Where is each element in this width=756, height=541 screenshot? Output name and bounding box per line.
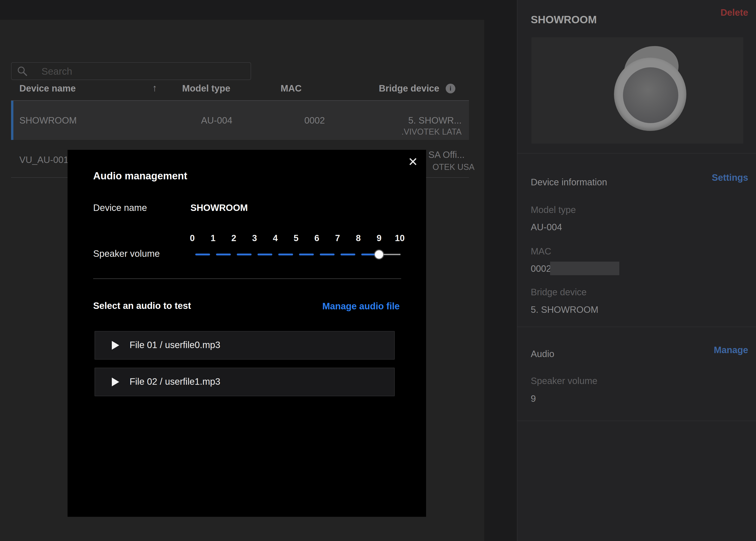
audio-manage-link[interactable]: Manage bbox=[714, 345, 748, 355]
volume-tick-label: 5 bbox=[294, 233, 298, 243]
column-header-mac[interactable]: MAC bbox=[281, 83, 302, 94]
select-audio-label: Select an audio to test bbox=[93, 300, 191, 311]
sidebar-divider-3 bbox=[517, 421, 756, 421]
row1-model-type: AU-004 bbox=[201, 115, 233, 126]
volume-track-filled-segment[interactable] bbox=[361, 254, 376, 256]
delete-device-button[interactable]: Delete bbox=[720, 7, 748, 18]
manage-audio-file-link[interactable]: Manage audio file bbox=[322, 301, 426, 311]
volume-slider-handle[interactable] bbox=[375, 250, 383, 259]
row1-bridge-line2: .VIVOTEK LATA bbox=[369, 126, 461, 137]
audio-file-label: File 01 / userfile0.mp3 bbox=[130, 340, 221, 350]
row1-device-name: SHOWROOM bbox=[19, 115, 77, 126]
sidebar-divider-1 bbox=[517, 153, 756, 154]
sidebar-device-title: SHOWROOM bbox=[531, 13, 597, 26]
volume-tick-label: 1 bbox=[211, 233, 215, 243]
modal-device-name-value: SHOWROOM bbox=[191, 203, 248, 213]
play-icon[interactable] bbox=[112, 341, 119, 350]
row1-mac: 0002 bbox=[304, 115, 325, 126]
volume-track-filled-segment[interactable] bbox=[258, 254, 272, 256]
mac-label: MAC bbox=[531, 246, 551, 257]
volume-tick-label: 6 bbox=[314, 233, 319, 243]
volume-track-filled-segment[interactable] bbox=[341, 254, 355, 256]
volume-track-filled-segment[interactable] bbox=[278, 254, 293, 256]
modal-device-name-label: Device name bbox=[93, 203, 147, 213]
audio-file-row-1[interactable]: File 01 / userfile0.mp3 bbox=[95, 331, 395, 359]
modal-divider bbox=[93, 278, 401, 279]
column-header-device-name[interactable]: Device name bbox=[19, 83, 76, 94]
row2-bridge-line2: OTEK USA bbox=[432, 162, 474, 173]
sidebar-divider-2 bbox=[517, 326, 756, 327]
sidebar-speaker-volume-label: Speaker volume bbox=[531, 376, 597, 386]
row2-bridge-line1: SA Offi... bbox=[428, 149, 464, 161]
speaker-image-mesh bbox=[623, 67, 678, 123]
device-information-heading: Device information bbox=[531, 177, 607, 188]
model-type-value: AU-004 bbox=[531, 222, 562, 232]
search-input[interactable] bbox=[41, 63, 245, 80]
audio-file-row-2[interactable]: File 02 / userfile1.mp3 bbox=[95, 368, 395, 396]
bridge-device-label: Bridge device bbox=[531, 287, 586, 297]
settings-link[interactable]: Settings bbox=[712, 173, 748, 183]
bridge-device-value: 5. SHOWROOM bbox=[531, 304, 598, 315]
audio-file-label: File 02 / userfile1.mp3 bbox=[130, 376, 221, 387]
volume-tick-label: 4 bbox=[273, 233, 278, 243]
volume-track-filled-segment[interactable] bbox=[299, 254, 314, 256]
modal-title: Audio management bbox=[93, 170, 187, 182]
volume-tick-label: 8 bbox=[356, 233, 361, 243]
volume-tick-label: 0 bbox=[190, 233, 195, 243]
device-image-panel bbox=[531, 37, 743, 144]
play-icon[interactable] bbox=[112, 377, 119, 386]
column-header-model-type[interactable]: Model type bbox=[182, 83, 230, 94]
volume-tick-label: 2 bbox=[231, 233, 236, 243]
model-type-label: Model type bbox=[531, 205, 576, 215]
mac-redaction-box bbox=[550, 262, 619, 275]
sort-ascending-icon[interactable]: ↑ bbox=[152, 83, 157, 94]
device-detail-sidebar: SHOWROOM Delete Device information Setti… bbox=[517, 0, 756, 541]
volume-track-filled-segment[interactable] bbox=[195, 254, 210, 256]
modal-speaker-volume-label: Speaker volume bbox=[93, 249, 160, 259]
volume-track-filled-segment[interactable] bbox=[320, 254, 335, 256]
row1-bridge-line1: 5. SHOWR... bbox=[369, 114, 461, 126]
audio-heading: Audio bbox=[531, 349, 554, 359]
volume-track-filled-segment[interactable] bbox=[216, 254, 231, 256]
app-screen: Device name ↑ Model type MAC Bridge devi… bbox=[0, 0, 756, 541]
volume-track-filled-segment[interactable] bbox=[237, 254, 252, 256]
column-header-bridge-device[interactable]: Bridge device bbox=[379, 83, 439, 94]
volume-tick-label: 9 bbox=[377, 233, 381, 243]
bridge-device-info-icon[interactable]: i bbox=[446, 84, 455, 93]
search-icon bbox=[17, 66, 28, 77]
row1-bridge-device: 5. SHOWR... .VIVOTEK LATA bbox=[369, 114, 461, 137]
row2-device-name[interactable]: VU_AU-001 bbox=[19, 155, 69, 165]
volume-tick-label: 10 bbox=[395, 233, 404, 243]
search-box bbox=[11, 62, 251, 80]
sidebar-speaker-volume-value: 9 bbox=[531, 393, 536, 404]
volume-tick-label: 7 bbox=[335, 233, 340, 243]
volume-tick-label: 3 bbox=[252, 233, 257, 243]
modal-close-icon[interactable]: ✕ bbox=[404, 154, 421, 170]
volume-track-remainder[interactable] bbox=[383, 254, 400, 255]
mac-value: 0002 bbox=[531, 264, 551, 274]
